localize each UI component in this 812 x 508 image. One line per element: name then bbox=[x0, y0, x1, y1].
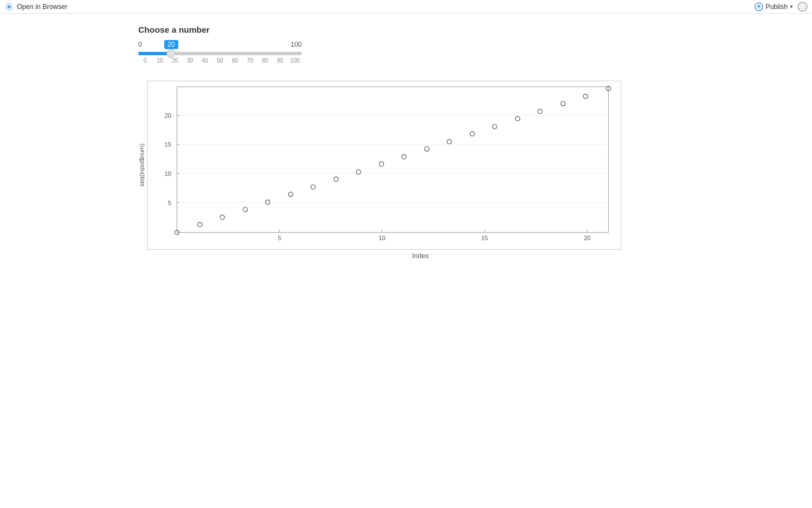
open-browser-btn[interactable]: Open in Browser bbox=[5, 2, 67, 11]
y-axis-label: seq(input$num) bbox=[138, 92, 145, 238]
slider-min-value: 0 bbox=[138, 41, 142, 48]
slider-track-container bbox=[138, 52, 302, 55]
topbar-right: Publish ▾ bbox=[754, 2, 807, 12]
slider-section: Choose a number 0 20 100 0 10 20 30 40 5… bbox=[138, 25, 812, 64]
chart-container: seq(input$num) 5 10 15 20 bbox=[138, 81, 812, 250]
topbar: Open in Browser Publish ▾ bbox=[0, 0, 812, 14]
tick-50: 50 bbox=[213, 58, 227, 64]
slider-current-value: 20 bbox=[164, 40, 178, 49]
face-icon bbox=[798, 2, 807, 11]
svg-text:15: 15 bbox=[481, 235, 488, 241]
tick-10: 10 bbox=[153, 58, 167, 64]
open-browser-label: Open in Browser bbox=[17, 3, 67, 11]
svg-text:20: 20 bbox=[584, 235, 591, 241]
tick-100: 100 bbox=[288, 58, 302, 64]
slider-ticks: 0 10 20 30 40 50 60 70 80 90 100 bbox=[138, 58, 302, 64]
slider-thumb[interactable] bbox=[166, 49, 175, 58]
svg-point-4 bbox=[804, 6, 805, 7]
publish-dropdown-arrow: ▾ bbox=[790, 3, 793, 10]
scatter-chart: 5 10 15 20 5 10 bbox=[147, 81, 621, 250]
shiny-logo-icon bbox=[5, 2, 14, 11]
publish-icon bbox=[754, 2, 763, 11]
main-content: Choose a number 0 20 100 0 10 20 30 40 5… bbox=[0, 14, 812, 260]
tick-20: 20 bbox=[168, 58, 182, 64]
tick-70: 70 bbox=[243, 58, 257, 64]
x-axis-label: Index bbox=[189, 252, 652, 260]
svg-text:10: 10 bbox=[379, 235, 385, 241]
tick-40: 40 bbox=[198, 58, 212, 64]
svg-text:5: 5 bbox=[168, 200, 171, 206]
tick-90: 90 bbox=[273, 58, 287, 64]
publish-label: Publish bbox=[766, 3, 788, 11]
chart-area: seq(input$num) 5 10 15 20 bbox=[138, 81, 812, 260]
svg-point-2 bbox=[798, 3, 806, 11]
tick-30: 30 bbox=[183, 58, 197, 64]
svg-text:5: 5 bbox=[278, 235, 281, 241]
svg-text:15: 15 bbox=[164, 141, 171, 148]
publish-button[interactable]: Publish ▾ bbox=[754, 2, 793, 11]
svg-text:20: 20 bbox=[164, 112, 171, 119]
help-icon-button[interactable] bbox=[797, 2, 807, 12]
slider-title: Choose a number bbox=[138, 25, 812, 34]
slider-track bbox=[138, 52, 302, 55]
svg-rect-5 bbox=[177, 87, 608, 232]
svg-text:10: 10 bbox=[164, 170, 171, 177]
tick-80: 80 bbox=[258, 58, 272, 64]
tick-0: 0 bbox=[138, 58, 152, 64]
svg-point-3 bbox=[801, 6, 802, 7]
slider-max-value: 100 bbox=[291, 41, 302, 48]
tick-60: 60 bbox=[229, 58, 242, 64]
